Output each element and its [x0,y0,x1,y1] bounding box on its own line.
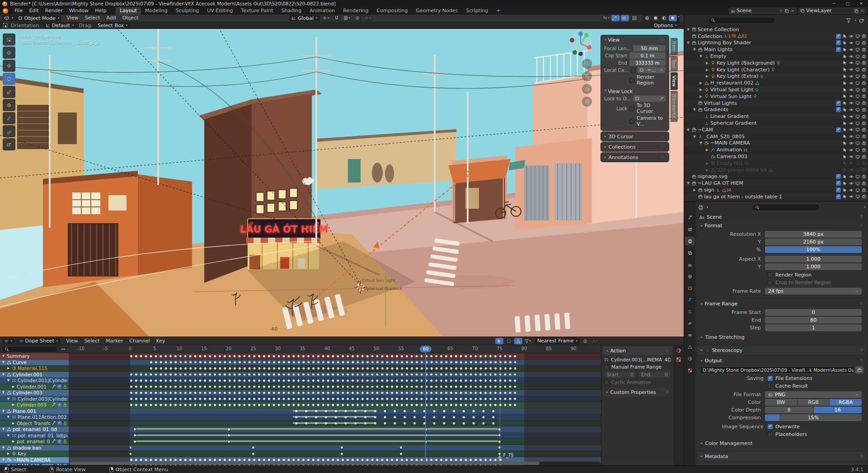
hide-icon[interactable] [849,41,854,45]
selectable-icon[interactable] [843,181,847,186]
render-region-checkbox[interactable] [629,78,634,83]
navigation-gizmo[interactable] [568,32,593,56]
include-checkbox[interactable] [836,174,841,179]
dopesheet-menu-view[interactable]: View [63,337,81,345]
shading-material-button[interactable] [660,15,668,21]
keyframe[interactable] [400,453,402,455]
gizmo-toggle[interactable]: ▾ [611,15,619,21]
close-button[interactable]: ✕ [854,0,868,7]
outliner-row-h-restaurant-002[interactable]: ▶H_restaurant.002 [684,80,868,86]
selectable-icon[interactable] [843,134,847,139]
channel-curve[interactable]: ▼Curve [0,360,69,366]
collapse-icon[interactable]: ▼ [686,128,690,132]
outliner-row-spherical-gradient[interactable]: Spherical Gradient [684,120,868,126]
workspace-tab-uv-editing[interactable]: UV Editing [203,7,237,14]
viewport-disable-icon[interactable] [855,141,860,145]
render-disable-icon[interactable] [862,188,866,192]
mode-selector[interactable]: Object Mode▾ [16,15,62,21]
collapse-icon[interactable]: ▼ [1,373,5,376]
menu-help[interactable]: Help [92,8,109,14]
workspace-tab-modeling[interactable]: Modeling [141,7,172,14]
render-disable-icon[interactable] [862,88,866,92]
render-disable-icon[interactable] [862,54,866,59]
hide-icon[interactable] [849,174,854,179]
channel-cylinder-003-cylinder-003-3d[interactable]: ▼Cylinder.003|Cylinder.003|3D_ [0,396,69,403]
pin-icon[interactable] [859,214,864,220]
selectable-icon[interactable] [843,127,847,132]
keyframe[interactable] [129,453,131,455]
viewport-disable-icon[interactable] [855,88,860,92]
collapse-icon[interactable]: ▼ [699,141,703,145]
viewport-disable-icon[interactable] [855,94,860,98]
keyframe-row-cylinder-003[interactable] [69,390,601,396]
selectable-icon[interactable] [843,194,847,199]
errors-filter-toggle[interactable] [514,338,522,344]
properties-options-icon[interactable]: ▾ [863,206,865,209]
viewlayer-selector[interactable]: ViewLayer [798,8,866,14]
render-disable-icon[interactable] [862,155,866,159]
viewport-menu-add[interactable]: Add [103,14,119,22]
menu-render[interactable]: Render [42,8,66,14]
output-panel-header[interactable]: ▾Output⠿ [697,356,866,365]
expand-icon[interactable]: ▶ [6,366,10,370]
outliner-row-cam[interactable]: ▼~CAM [684,126,868,133]
expand-icon[interactable]: ▶ [11,385,15,389]
selectable-icon[interactable] [843,81,847,85]
keyframe-row-object-transforms[interactable] [69,421,601,427]
channel-pot-enamel-01-lid[interactable]: ▶pot_enamel_01_lid [0,439,69,445]
shading-solid-button[interactable] [652,15,660,21]
collapse-icon[interactable]: ▼ [1,361,5,364]
viewport-3d[interactable]: LẨU GÀ ỚT HIỂM [0,29,684,337]
frame-range-header[interactable]: ▾Frame Range⠿ [697,300,866,308]
channel-search[interactable] [1,346,58,352]
outliner-search[interactable] [708,17,775,24]
selectable-icon[interactable] [843,94,847,98]
properties-tab-texture[interactable] [685,366,694,375]
color-management-header[interactable]: Color Management [705,440,753,446]
keyframe[interactable] [134,434,136,436]
action-name-row[interactable]: Cylinder.003|...INEMA_4D_Mai [604,357,671,362]
unlink-scene-icon[interactable] [790,9,795,13]
collapse-icon[interactable]: ▼ [6,415,10,419]
nav-camera-button[interactable] [582,84,592,94]
color-option-rgb[interactable]: RGB [798,399,830,406]
dopesheet-mode-dropdown[interactable]: Dope Sheet▾ [17,338,61,344]
properties-tab-rendercam[interactable] [685,225,694,234]
collapse-icon[interactable]: ▼ [6,379,10,382]
overlays-toggle[interactable]: ▾ [621,15,629,21]
pivot-point-button[interactable]: ▾ [322,15,330,21]
channel-pot-enamel-01-lid-pot-enamel[interactable]: ▼pot_enamel_01_lid|pot_enamel_ [0,433,69,439]
scene-selector[interactable]: Scene [729,8,797,14]
expand-icon[interactable]: ▶ [705,61,709,65]
mute-checkbox[interactable] [57,440,61,444]
properties-tab-objsq[interactable] [685,284,694,292]
render-disable-icon[interactable] [862,127,866,132]
clear-icon[interactable] [659,68,664,72]
viewport-disable-icon[interactable] [855,155,860,159]
frame-start-field[interactable]: 0 [765,309,862,316]
keyframe[interactable] [228,440,230,443]
keyframe-row-plane-001[interactable] [69,408,601,415]
modifiers-tab-icon[interactable] [676,357,681,362]
properties-tab-world[interactable] [685,272,694,281]
tool-measure-button[interactable] [3,125,15,137]
dopesheet-editor-type-button[interactable]: ▾ [2,338,15,344]
tool-transform-button[interactable] [3,99,15,111]
selectable-icon[interactable] [843,54,847,59]
render-disable-icon[interactable] [862,101,866,105]
keyframe-row-curve[interactable] [69,360,601,366]
outliner-row-key-light-character[interactable]: ▶Key Light (Character) [684,66,868,73]
workspace-tab-item[interactable]: + [492,7,504,14]
expand-icon[interactable]: ▶ [699,94,703,98]
hide-icon[interactable] [849,141,854,145]
channel-plane-001[interactable]: ▼Plane.001 [0,408,69,415]
visibility-toggle[interactable]: ▾ [602,15,610,21]
selection-box-toggle[interactable] [505,338,513,344]
frame-step-field[interactable]: 1 [765,324,862,331]
keyframe[interactable] [228,434,230,436]
selectable-icon[interactable] [843,108,847,112]
channel-cylinder-001[interactable]: ▼Cylinder.001 [0,372,69,378]
tool-rotate-button[interactable] [3,73,15,85]
lock-icon[interactable] [63,403,67,407]
menu-edit[interactable]: Edit [26,8,42,14]
